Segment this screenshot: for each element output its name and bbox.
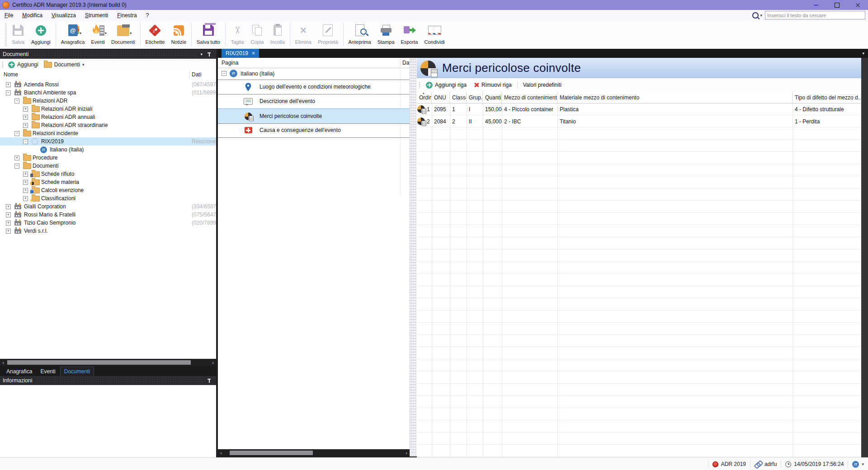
tree-item[interactable]: ITItaliano (Italia)	[0, 146, 216, 154]
expander-icon[interactable]	[23, 123, 28, 128]
status-user[interactable]: adrfu	[750, 461, 781, 467]
tree-item[interactable]: Verdi s.r.l.	[0, 227, 216, 235]
document-tab[interactable]: RIX/2019	[222, 49, 259, 58]
dropdown-caret-icon[interactable]	[105, 31, 107, 35]
tree-item[interactable]: Relazioni ADR	[0, 97, 216, 105]
expander-icon[interactable]	[6, 221, 11, 226]
export-button[interactable]: Esporta	[398, 20, 421, 49]
scroll-left-icon[interactable]	[218, 449, 224, 456]
col-classe[interactable]: Classe	[450, 92, 467, 103]
cut-button[interactable]: Taglia	[227, 20, 247, 49]
properties-button[interactable]: Proprietà	[315, 20, 341, 49]
paste-button[interactable]: Incolla	[267, 20, 288, 49]
tab-eventi[interactable]: Eventi	[37, 367, 59, 376]
expander-icon[interactable]	[6, 82, 11, 87]
search-icon-button[interactable]	[752, 12, 762, 19]
tree-item[interactable]: Calcoli esenzione	[0, 186, 216, 194]
minimize-button[interactable]	[806, 0, 826, 10]
status-language-dropdown[interactable]: IT	[848, 461, 868, 468]
menu-finestra[interactable]: Finestra	[113, 11, 141, 19]
column-dati[interactable]: Dati	[192, 71, 201, 78]
maximize-button[interactable]	[826, 0, 847, 10]
print-button[interactable]: Stampa	[374, 20, 398, 49]
scroll-right-icon[interactable]	[403, 449, 410, 456]
expander-icon[interactable]	[14, 164, 19, 169]
tree-item[interactable]: Relazioni ADR annuali	[0, 113, 216, 121]
tree-item[interactable]: Gialli Corporation(334/6587	[0, 202, 216, 211]
tree-item[interactable]: Relazioni incidente	[0, 129, 216, 137]
page-item[interactable]: Luogo dell'evento e condizioni meteorolo…	[218, 80, 410, 94]
col-gruppo[interactable]: Grup...	[467, 92, 483, 103]
table-row[interactable]: 1 2095 1 I 150,000 4 - Piccolo container…	[417, 103, 861, 115]
remove-row-button[interactable]: Rimuovi riga	[470, 82, 515, 88]
expander-icon[interactable]	[14, 131, 19, 136]
right-vertical-scrollbar[interactable]	[861, 58, 868, 457]
search-input[interactable]	[765, 11, 865, 19]
col-ordine[interactable]: Ordine	[417, 92, 432, 103]
expander-icon[interactable]	[23, 180, 28, 185]
tab-list-chevron-icon[interactable]	[862, 51, 868, 56]
col-onu[interactable]: ONU	[432, 92, 450, 103]
notizie-button[interactable]: Notizie	[168, 20, 189, 49]
panel-add-button[interactable]: Aggiungi	[5, 61, 41, 68]
tab-documenti[interactable]: Documenti	[60, 367, 94, 376]
tree-item[interactable]: Procedure	[0, 154, 216, 162]
anagrafica-button[interactable]: Anagrafica	[58, 20, 88, 49]
scrollbar-thumb[interactable]	[230, 451, 313, 455]
tree-item[interactable]: Relazioni ADR iniziali	[0, 105, 216, 113]
save-all-button[interactable]: Salva tutto	[193, 20, 223, 49]
column-pagina[interactable]: Pagina	[222, 60, 238, 66]
expander-icon[interactable]	[23, 139, 28, 144]
expander-icon[interactable]	[23, 172, 28, 177]
toolbar-grip[interactable]	[5, 23, 7, 46]
col-tipo-difetto[interactable]: Tipo di difetto del mezzo d...	[793, 92, 861, 103]
delete-button[interactable]: Elimina	[292, 20, 315, 49]
page-root-row[interactable]: IT Italiano (Italia)	[218, 68, 410, 80]
pin-icon[interactable]	[207, 378, 211, 383]
tree-item[interactable]: Classificazioni	[0, 194, 216, 202]
panel-target-dropdown[interactable]: Documenti	[41, 61, 87, 68]
tree-item[interactable]: Bianchi Ambiente spa(011/5699	[0, 89, 216, 97]
expander-icon[interactable]	[6, 212, 11, 217]
expander-icon[interactable]	[14, 99, 19, 103]
pin-icon[interactable]	[207, 52, 211, 57]
dropdown-caret-icon[interactable]	[80, 31, 81, 35]
tree-item[interactable]: Relazioni ADR straordinarie	[0, 121, 216, 129]
expander-icon[interactable]	[6, 204, 11, 209]
col-mezzo[interactable]: Mezzo di contenimento	[502, 92, 557, 103]
panel-menu-icon[interactable]	[200, 52, 203, 56]
preview-button[interactable]: Anteprima	[345, 20, 374, 49]
menu-strumenti[interactable]: Strumenti	[80, 11, 113, 19]
close-button[interactable]	[847, 0, 868, 10]
tab-close-icon[interactable]	[252, 51, 255, 56]
expander-icon[interactable]	[222, 71, 226, 76]
default-values-button[interactable]: Valori predefiniti	[519, 82, 565, 88]
menu-help[interactable]: ?	[142, 11, 154, 19]
add-row-button[interactable]: Aggiungi riga	[422, 82, 470, 89]
share-button[interactable]: Condividi	[421, 20, 448, 49]
tab-anagrafica[interactable]: Anagrafica	[3, 367, 36, 376]
table-row[interactable]: 2 2084 2 II 45,000 2 - IBC Titanio 1 - P…	[417, 115, 861, 127]
left-horizontal-scrollbar[interactable]	[0, 359, 216, 366]
col-quantita[interactable]: Quanti...	[483, 92, 502, 103]
tree-item[interactable]: Azienda Rossi(067/4597	[0, 80, 216, 89]
dropdown-caret-icon[interactable]	[130, 31, 132, 35]
page-item-selected[interactable]: Merci pericolose coinvolte	[218, 108, 410, 124]
expander-icon[interactable]	[23, 188, 28, 193]
menu-file[interactable]: File	[0, 11, 18, 19]
scrollbar-thumb[interactable]	[7, 360, 191, 365]
scroll-left-icon[interactable]	[0, 359, 6, 366]
tree-item-selected[interactable]: RIX/2019Relazione	[0, 137, 216, 146]
expander-icon[interactable]	[6, 229, 11, 234]
tree-item[interactable]: Rossi Mario & Fratelli(075/5647	[0, 211, 216, 219]
expander-icon[interactable]	[23, 115, 28, 120]
scroll-right-icon[interactable]	[210, 359, 216, 366]
expander-icon[interactable]	[23, 107, 28, 112]
tree-item[interactable]: Tizio Caio Sempronio(020/7899	[0, 219, 216, 227]
middle-horizontal-scrollbar[interactable]	[218, 449, 410, 456]
etichette-button[interactable]: Etichette	[142, 20, 168, 49]
tree-item[interactable]: Schede materia	[0, 178, 216, 186]
save-button[interactable]: Salva	[8, 20, 28, 49]
tree-item[interactable]: Documenti	[0, 162, 216, 170]
col-materiale[interactable]: Materiale mezzo di contenimento	[557, 92, 793, 103]
